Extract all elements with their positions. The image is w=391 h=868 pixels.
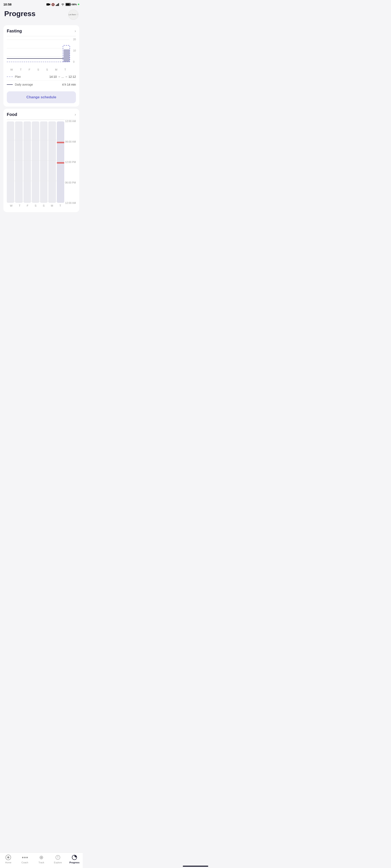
food-bar-w [7,121,14,203]
avg-legend-row: Daily average 4 h 14 min [7,81,76,88]
avg-line-icon [7,84,13,85]
food-y-labels: 12:00 AM 06:00 AM 12:00 PM 06:00 PM 12:0… [65,120,76,205]
x-label-s2: S [46,68,48,71]
food-bar-f [24,121,31,203]
food-section: Food › 12:00 AM 06:00 AM 12:00 PM 06:00 … [3,109,79,212]
food-bar-m [48,121,56,203]
food-title: Food [7,112,17,117]
battery-percent: 88% [72,3,77,6]
food-x-s1: S [35,204,36,207]
food-bar-t1 [15,121,23,203]
mute-icon: 🔇 [51,3,55,6]
avg-value: 4 h 14 min [62,83,76,86]
svg-rect-6 [58,3,59,6]
food-x-t2: T [59,204,61,207]
food-y-12pm: 12:00 PM [65,161,76,164]
header: Progress Let them ♡ [0,8,83,23]
svg-rect-8 [70,4,71,5]
food-bar-t2-fill [57,121,64,203]
fasting-plan-line [7,62,69,62]
status-time: 10:58 [3,3,11,6]
food-bars [7,121,64,203]
svg-rect-3 [56,5,56,6]
food-bar-s1 [32,121,39,203]
x-label-t2: T [64,68,66,71]
food-bar-f-fill [24,121,31,203]
svg-rect-4 [57,4,57,6]
y-label-0: 0 [73,60,76,63]
fasting-chart-area: 20 10 0 W T [7,36,76,73]
food-bar-s1-fill [32,121,39,203]
battery-dot [78,4,79,5]
svg-marker-1 [50,4,50,5]
y-label-10: 10 [73,49,76,52]
food-bar-t1-fill [15,121,23,203]
change-schedule-button[interactable]: Change schedule [7,91,76,103]
food-x-s2: S [43,204,45,207]
food-y-12am-top: 12:00 AM [65,120,76,123]
svg-text:🔇: 🔇 [51,3,55,6]
wifi-icon [61,3,64,6]
fasting-header[interactable]: Fasting › [7,29,76,36]
fasting-section: Fasting › 20 10 0 [3,25,79,106]
battery-container: 88% [65,3,79,6]
food-x-w: W [10,204,12,207]
food-y-6pm: 06:00 PM [65,181,76,184]
food-x-labels: W T F S S M T [7,204,64,207]
svg-rect-9 [66,3,70,5]
food-header[interactable]: Food › [7,112,76,120]
food-bar-t2 [57,121,64,203]
food-mark-12pm [57,162,64,164]
food-bar-s2 [40,121,48,203]
fasting-title: Fasting [7,29,22,33]
food-bar-s2-fill [40,121,48,203]
x-label-f: F [29,68,30,71]
plan-legend-left: Plan [7,75,21,79]
food-chart-area: 12:00 AM 06:00 AM 12:00 PM 06:00 PM 12:0… [7,120,76,209]
food-grid-top [7,120,64,120]
fasting-chart [7,40,69,67]
plan-label: Plan [15,75,21,79]
camera-icon [47,3,50,6]
status-icons: 🔇 88% [47,3,79,6]
grid-line-bot [7,57,69,57]
food-y-6am: 06:00 AM [65,140,76,143]
plan-line-icon [7,76,13,77]
x-label-w: W [10,68,13,71]
fasting-avg-line [7,58,69,59]
svg-rect-0 [47,3,50,5]
y-label-20: 20 [73,38,76,41]
plan-value: 14:10 → ... → 12:12 [50,75,76,79]
food-chevron-icon[interactable]: › [74,112,76,117]
avatar[interactable]: Let them ♡ [68,9,79,20]
avg-label: Daily average [15,83,33,86]
food-grid-6pm [7,181,64,181]
avg-legend-left: Daily average [7,83,33,86]
food-x-f: F [27,204,28,207]
fasting-y-labels: 20 10 0 [73,38,76,63]
x-label-t1: T [20,68,22,71]
x-label-s1: S [37,68,39,71]
fasting-x-labels: W T F S S M T [7,68,69,71]
fasting-dashed-box [63,45,70,62]
status-bar: 10:58 🔇 88 [0,0,83,8]
battery-icon [65,3,71,6]
x-label-m: M [55,68,57,71]
food-x-t1: T [19,204,21,207]
fasting-chevron-icon[interactable]: › [74,29,76,33]
food-y-12am-bot: 12:00 AM [65,202,76,205]
food-bar-w-fill [7,121,14,203]
food-mark-6am [57,142,64,143]
page-title: Progress [4,9,35,18]
food-x-m: M [51,204,53,207]
food-grid-12pm [7,160,64,161]
food-bar-m-fill [48,121,56,203]
svg-rect-5 [57,4,58,6]
signal-icon [56,3,60,6]
main-content: Fasting › 20 10 0 [0,25,83,236]
plan-legend-row: Plan 14:10 → ... → 12:12 [7,73,76,81]
